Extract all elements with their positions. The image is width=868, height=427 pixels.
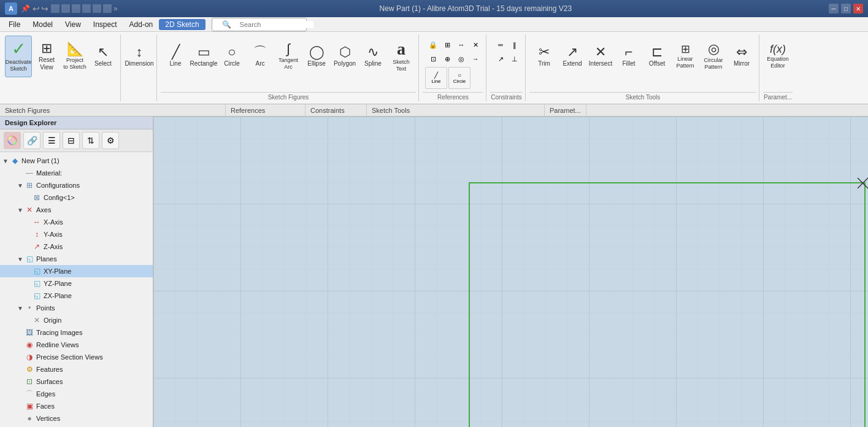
tree-features[interactable]: ⚙ Features xyxy=(0,363,153,375)
search-input[interactable] xyxy=(240,21,313,28)
color-wheel-button[interactable] xyxy=(4,132,21,149)
tree-redline-views[interactable]: ◉ Redline Views xyxy=(0,339,153,351)
paramet-label: Paramet... xyxy=(763,92,793,101)
tangent-arc-label: Tangent Arc xyxy=(277,57,300,71)
tangent-arc-button[interactable]: ∫ Tangent Arc xyxy=(275,36,302,77)
titlebar-title: New Part (1) - Alibre Atom3D Trial - 15 … xyxy=(123,4,829,13)
tree-yz-plane[interactable]: ◱ YZ-Plane xyxy=(0,277,153,290)
tree-z-axis[interactable]: ↗ Z-Axis xyxy=(0,240,153,253)
tree-edges[interactable]: ⌒ Edges xyxy=(0,388,153,400)
axes-icon: ✕ xyxy=(25,205,34,215)
menu-2dsketch[interactable]: 2D Sketch xyxy=(159,19,205,30)
search-box[interactable]: 🔍 xyxy=(212,18,307,31)
tracing-images-icon: 🖼 xyxy=(25,328,34,337)
menu-addon[interactable]: Add-on xyxy=(123,19,159,30)
points-toggle[interactable]: ▼ xyxy=(17,305,25,312)
constraint-4[interactable]: ⊥ xyxy=(507,51,523,67)
trim-icon: ✂ xyxy=(539,45,550,59)
sketch-text-button[interactable]: a Sketch Text xyxy=(388,36,415,77)
circle-button[interactable]: ○ Circle xyxy=(218,36,245,77)
linear-pattern-button[interactable]: ⊞ Linear Pattern xyxy=(672,36,699,77)
menu-view[interactable]: View xyxy=(59,19,87,30)
offset-label: Offset xyxy=(649,60,666,67)
menu-inspect[interactable]: Inspect xyxy=(87,19,123,30)
sketch-text-icon: a xyxy=(397,40,405,58)
close-button[interactable]: ✕ xyxy=(853,4,863,13)
arc-button[interactable]: ⌒ Arc xyxy=(247,36,274,77)
tree-xy-plane[interactable]: ◱ XY-Plane xyxy=(0,265,153,277)
undo-icon[interactable]: ↩ xyxy=(33,4,40,13)
ref-line-button[interactable]: ╱ Line xyxy=(425,67,447,89)
select-arrow-icon: ↖ xyxy=(98,45,109,59)
intersect-button[interactable]: ✕ Intersect xyxy=(587,36,614,77)
tree-zx-plane[interactable]: ◱ ZX-Plane xyxy=(0,290,153,302)
tree-y-axis[interactable]: ↕ Y-Axis xyxy=(0,228,153,240)
ref-circle-button[interactable]: ○ Circle xyxy=(448,67,470,89)
tree-configurations[interactable]: ▼ ⊞ Configurations xyxy=(0,179,153,191)
link-button[interactable]: 🔗 xyxy=(23,132,40,149)
polygon-label: Polygon xyxy=(334,60,356,67)
equation-tools: f(x) Equation Editor xyxy=(763,34,793,92)
tree-points[interactable]: ▼ • Points xyxy=(0,302,153,314)
ref-circle-label: Circle xyxy=(453,79,466,84)
edges-icon: ⌒ xyxy=(25,389,34,399)
section-labels-bar: Sketch Figures References Constraints Sk… xyxy=(0,104,868,117)
sketch-canvas[interactable] xyxy=(153,117,868,427)
sketch-tools: ✂ Trim ↗ Extend ✕ Intersect ⌐ Fillet ⊏ O… xyxy=(529,34,756,92)
project-to-sketch-button[interactable]: 📐 Project to Sketch xyxy=(61,36,88,77)
line-button[interactable]: ╱ Line xyxy=(162,36,189,77)
maximize-button[interactable]: □ xyxy=(841,4,851,13)
dimension-icon: ↕ xyxy=(136,45,143,59)
circular-pattern-button[interactable]: ◎ Circular Pattern xyxy=(700,36,727,77)
arc-icon: ⌒ xyxy=(253,45,267,59)
select-label: Select xyxy=(94,60,112,67)
select-button[interactable]: ↖ Select xyxy=(90,36,117,77)
dimension-button[interactable]: ↕ Dimension xyxy=(126,36,153,77)
tree-surfaces[interactable]: ⊡ Surfaces xyxy=(0,375,153,388)
planes-toggle[interactable]: ▼ xyxy=(17,256,25,263)
arrows-button[interactable]: ⇅ xyxy=(82,132,99,149)
menu-model[interactable]: Model xyxy=(26,19,59,30)
extend-button[interactable]: ↗ Extend xyxy=(559,36,586,77)
gear-button[interactable]: ⚙ xyxy=(102,132,119,149)
fillet-button[interactable]: ⌐ Fillet xyxy=(615,36,642,77)
zx-plane-icon: ◱ xyxy=(32,291,42,301)
tree-faces[interactable]: ▣ Faces xyxy=(0,400,153,412)
config-toggle[interactable]: ▼ xyxy=(17,182,25,189)
list-button[interactable]: ☰ xyxy=(43,132,60,149)
menu-file[interactable]: File xyxy=(2,19,26,30)
tree-x-axis[interactable]: ↔ X-Axis xyxy=(0,216,153,228)
collapse-button[interactable]: ⊟ xyxy=(63,132,80,149)
minimize-button[interactable]: ─ xyxy=(829,4,839,13)
rectangle-button[interactable]: ▭ Rectangle xyxy=(190,36,217,77)
polygon-button[interactable]: ⬡ Polygon xyxy=(331,36,358,77)
win-icon-5 xyxy=(93,4,101,13)
offset-button[interactable]: ⊏ Offset xyxy=(643,36,670,77)
tree-origin[interactable]: ✕ Origin xyxy=(0,314,153,326)
more-icon[interactable]: » xyxy=(113,4,118,13)
equation-editor-button[interactable]: f(x) Equation Editor xyxy=(764,36,791,77)
tree-material[interactable]: — Material: xyxy=(0,167,153,179)
mirror-button[interactable]: ⇔ Mirror xyxy=(728,36,755,77)
fillet-label: Fillet xyxy=(622,60,635,67)
intersect-icon: ✕ xyxy=(595,45,606,59)
origin-icon: ✕ xyxy=(32,315,42,325)
tree-axes[interactable]: ▼ ✕ Axes xyxy=(0,204,153,216)
spline-button[interactable]: ∿ Spline xyxy=(359,36,386,77)
tracing-images-label: Tracing Images xyxy=(36,329,82,336)
redo-icon[interactable]: ↪ xyxy=(41,4,48,13)
axes-toggle[interactable]: ▼ xyxy=(17,207,25,214)
ellipse-icon: ◯ xyxy=(309,45,325,59)
reset-view-button[interactable]: ⊞ Reset View xyxy=(33,36,60,77)
tree-precise-section-views[interactable]: ◑ Precise Section Views xyxy=(0,351,153,363)
deactivate-sketch-button[interactable]: ✓ Deactivate Sketch xyxy=(5,36,32,77)
tree-config1[interactable]: ⊠ Config<1> xyxy=(0,191,153,204)
ellipse-button[interactable]: ◯ Ellipse xyxy=(303,36,330,77)
tree-part[interactable]: ▼ ◆ New Part (1) xyxy=(0,155,153,167)
tree-vertices[interactable]: ● Vertices xyxy=(0,412,153,425)
trim-button[interactable]: ✂ Trim xyxy=(531,36,558,77)
part-toggle[interactable]: ▼ xyxy=(2,158,10,164)
ref-c5-btn[interactable]: → xyxy=(467,51,483,67)
tree-tracing-images[interactable]: 🖼 Tracing Images xyxy=(0,326,153,339)
tree-planes[interactable]: ▼ ◱ Planes xyxy=(0,253,153,265)
